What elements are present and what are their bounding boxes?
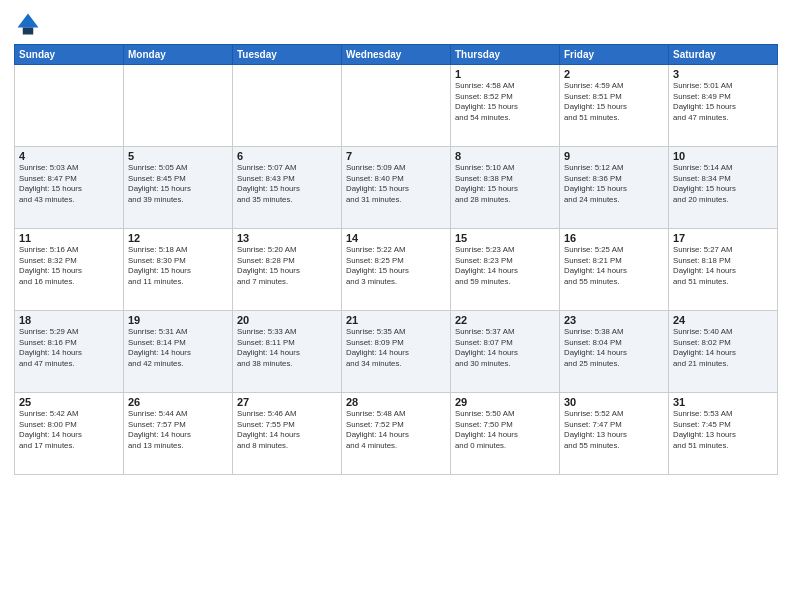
cell-info: Sunrise: 5:20 AM Sunset: 8:28 PM Dayligh… <box>237 245 337 287</box>
cell-info: Sunrise: 5:25 AM Sunset: 8:21 PM Dayligh… <box>564 245 664 287</box>
cell-info: Sunrise: 5:33 AM Sunset: 8:11 PM Dayligh… <box>237 327 337 369</box>
calendar-cell: 30Sunrise: 5:52 AM Sunset: 7:47 PM Dayli… <box>560 393 669 475</box>
svg-marker-0 <box>18 14 39 28</box>
calendar-cell: 2Sunrise: 4:59 AM Sunset: 8:51 PM Daylig… <box>560 65 669 147</box>
calendar-cell: 23Sunrise: 5:38 AM Sunset: 8:04 PM Dayli… <box>560 311 669 393</box>
day-number: 13 <box>237 232 337 244</box>
calendar-cell: 4Sunrise: 5:03 AM Sunset: 8:47 PM Daylig… <box>15 147 124 229</box>
day-number: 26 <box>128 396 228 408</box>
logo-icon <box>14 10 42 38</box>
week-row-2: 11Sunrise: 5:16 AM Sunset: 8:32 PM Dayli… <box>15 229 778 311</box>
cell-info: Sunrise: 5:03 AM Sunset: 8:47 PM Dayligh… <box>19 163 119 205</box>
calendar-cell: 14Sunrise: 5:22 AM Sunset: 8:25 PM Dayli… <box>342 229 451 311</box>
day-number: 23 <box>564 314 664 326</box>
calendar-cell: 13Sunrise: 5:20 AM Sunset: 8:28 PM Dayli… <box>233 229 342 311</box>
week-row-4: 25Sunrise: 5:42 AM Sunset: 8:00 PM Dayli… <box>15 393 778 475</box>
cell-info: Sunrise: 5:05 AM Sunset: 8:45 PM Dayligh… <box>128 163 228 205</box>
calendar-cell: 11Sunrise: 5:16 AM Sunset: 8:32 PM Dayli… <box>15 229 124 311</box>
cell-info: Sunrise: 5:18 AM Sunset: 8:30 PM Dayligh… <box>128 245 228 287</box>
calendar-cell: 25Sunrise: 5:42 AM Sunset: 8:00 PM Dayli… <box>15 393 124 475</box>
day-number: 8 <box>455 150 555 162</box>
day-number: 6 <box>237 150 337 162</box>
page: SundayMondayTuesdayWednesdayThursdayFrid… <box>0 0 792 612</box>
calendar-cell: 26Sunrise: 5:44 AM Sunset: 7:57 PM Dayli… <box>124 393 233 475</box>
cell-info: Sunrise: 4:59 AM Sunset: 8:51 PM Dayligh… <box>564 81 664 123</box>
day-number: 18 <box>19 314 119 326</box>
cell-info: Sunrise: 5:16 AM Sunset: 8:32 PM Dayligh… <box>19 245 119 287</box>
cell-info: Sunrise: 5:29 AM Sunset: 8:16 PM Dayligh… <box>19 327 119 369</box>
day-number: 14 <box>346 232 446 244</box>
calendar-cell: 15Sunrise: 5:23 AM Sunset: 8:23 PM Dayli… <box>451 229 560 311</box>
day-number: 3 <box>673 68 773 80</box>
calendar-cell: 10Sunrise: 5:14 AM Sunset: 8:34 PM Dayli… <box>669 147 778 229</box>
day-number: 4 <box>19 150 119 162</box>
day-number: 20 <box>237 314 337 326</box>
day-number: 5 <box>128 150 228 162</box>
calendar-cell: 8Sunrise: 5:10 AM Sunset: 8:38 PM Daylig… <box>451 147 560 229</box>
day-number: 10 <box>673 150 773 162</box>
day-number: 28 <box>346 396 446 408</box>
calendar-cell: 28Sunrise: 5:48 AM Sunset: 7:52 PM Dayli… <box>342 393 451 475</box>
calendar-cell: 6Sunrise: 5:07 AM Sunset: 8:43 PM Daylig… <box>233 147 342 229</box>
cell-info: Sunrise: 5:09 AM Sunset: 8:40 PM Dayligh… <box>346 163 446 205</box>
week-row-0: 1Sunrise: 4:58 AM Sunset: 8:52 PM Daylig… <box>15 65 778 147</box>
calendar-cell: 22Sunrise: 5:37 AM Sunset: 8:07 PM Dayli… <box>451 311 560 393</box>
day-number: 9 <box>564 150 664 162</box>
cell-info: Sunrise: 5:22 AM Sunset: 8:25 PM Dayligh… <box>346 245 446 287</box>
day-number: 31 <box>673 396 773 408</box>
header-cell-thursday: Thursday <box>451 45 560 65</box>
day-number: 19 <box>128 314 228 326</box>
header-cell-sunday: Sunday <box>15 45 124 65</box>
day-number: 25 <box>19 396 119 408</box>
calendar-cell: 27Sunrise: 5:46 AM Sunset: 7:55 PM Dayli… <box>233 393 342 475</box>
cell-info: Sunrise: 5:10 AM Sunset: 8:38 PM Dayligh… <box>455 163 555 205</box>
calendar-cell: 31Sunrise: 5:53 AM Sunset: 7:45 PM Dayli… <box>669 393 778 475</box>
header-row: SundayMondayTuesdayWednesdayThursdayFrid… <box>15 45 778 65</box>
calendar-cell: 29Sunrise: 5:50 AM Sunset: 7:50 PM Dayli… <box>451 393 560 475</box>
header-cell-monday: Monday <box>124 45 233 65</box>
calendar-cell <box>124 65 233 147</box>
cell-info: Sunrise: 5:31 AM Sunset: 8:14 PM Dayligh… <box>128 327 228 369</box>
cell-info: Sunrise: 5:14 AM Sunset: 8:34 PM Dayligh… <box>673 163 773 205</box>
calendar-cell: 18Sunrise: 5:29 AM Sunset: 8:16 PM Dayli… <box>15 311 124 393</box>
cell-info: Sunrise: 4:58 AM Sunset: 8:52 PM Dayligh… <box>455 81 555 123</box>
day-number: 24 <box>673 314 773 326</box>
header-cell-friday: Friday <box>560 45 669 65</box>
cell-info: Sunrise: 5:27 AM Sunset: 8:18 PM Dayligh… <box>673 245 773 287</box>
day-number: 7 <box>346 150 446 162</box>
cell-info: Sunrise: 5:40 AM Sunset: 8:02 PM Dayligh… <box>673 327 773 369</box>
cell-info: Sunrise: 5:53 AM Sunset: 7:45 PM Dayligh… <box>673 409 773 451</box>
calendar-cell: 24Sunrise: 5:40 AM Sunset: 8:02 PM Dayli… <box>669 311 778 393</box>
cell-info: Sunrise: 5:23 AM Sunset: 8:23 PM Dayligh… <box>455 245 555 287</box>
calendar-cell <box>342 65 451 147</box>
week-row-3: 18Sunrise: 5:29 AM Sunset: 8:16 PM Dayli… <box>15 311 778 393</box>
calendar-cell: 20Sunrise: 5:33 AM Sunset: 8:11 PM Dayli… <box>233 311 342 393</box>
day-number: 2 <box>564 68 664 80</box>
calendar-cell <box>15 65 124 147</box>
day-number: 1 <box>455 68 555 80</box>
cell-info: Sunrise: 5:48 AM Sunset: 7:52 PM Dayligh… <box>346 409 446 451</box>
day-number: 16 <box>564 232 664 244</box>
calendar-cell: 16Sunrise: 5:25 AM Sunset: 8:21 PM Dayli… <box>560 229 669 311</box>
day-number: 15 <box>455 232 555 244</box>
day-number: 17 <box>673 232 773 244</box>
cell-info: Sunrise: 5:35 AM Sunset: 8:09 PM Dayligh… <box>346 327 446 369</box>
header-cell-saturday: Saturday <box>669 45 778 65</box>
calendar-cell <box>233 65 342 147</box>
calendar-cell: 7Sunrise: 5:09 AM Sunset: 8:40 PM Daylig… <box>342 147 451 229</box>
header-cell-tuesday: Tuesday <box>233 45 342 65</box>
week-row-1: 4Sunrise: 5:03 AM Sunset: 8:47 PM Daylig… <box>15 147 778 229</box>
cell-info: Sunrise: 5:37 AM Sunset: 8:07 PM Dayligh… <box>455 327 555 369</box>
calendar-cell: 12Sunrise: 5:18 AM Sunset: 8:30 PM Dayli… <box>124 229 233 311</box>
cell-info: Sunrise: 5:01 AM Sunset: 8:49 PM Dayligh… <box>673 81 773 123</box>
calendar-cell: 21Sunrise: 5:35 AM Sunset: 8:09 PM Dayli… <box>342 311 451 393</box>
day-number: 12 <box>128 232 228 244</box>
logo <box>14 10 46 38</box>
day-number: 29 <box>455 396 555 408</box>
header-cell-wednesday: Wednesday <box>342 45 451 65</box>
calendar-cell: 3Sunrise: 5:01 AM Sunset: 8:49 PM Daylig… <box>669 65 778 147</box>
calendar-cell: 1Sunrise: 4:58 AM Sunset: 8:52 PM Daylig… <box>451 65 560 147</box>
calendar-cell: 5Sunrise: 5:05 AM Sunset: 8:45 PM Daylig… <box>124 147 233 229</box>
cell-info: Sunrise: 5:52 AM Sunset: 7:47 PM Dayligh… <box>564 409 664 451</box>
calendar-table: SundayMondayTuesdayWednesdayThursdayFrid… <box>14 44 778 475</box>
